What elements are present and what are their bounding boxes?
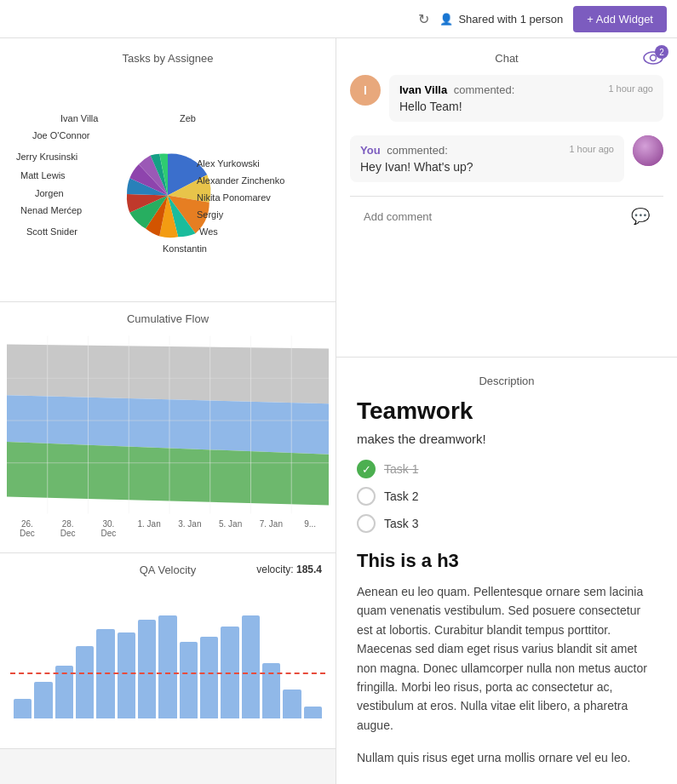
bar-13 — [262, 663, 280, 718]
add-widget-button[interactable]: + Add Widget — [573, 6, 667, 32]
msg-author-1: Ivan Villa commented: — [399, 83, 514, 96]
x-label-5: 3. Jan — [169, 519, 210, 538]
velocity-display: velocity: 185.4 — [256, 564, 322, 575]
msg-time-1: 1 hour ago — [608, 83, 653, 96]
pie-label-alex-z: Alexander Zinchenko — [197, 175, 284, 186]
pie-label-sergiy: Sergiy — [197, 209, 223, 220]
pie-label-jorgen: Jorgen — [35, 188, 64, 198]
chat-title: Chat — [495, 52, 518, 65]
task-checkbox-2[interactable] — [357, 487, 376, 506]
msg-text-1: Hello Team! — [399, 100, 653, 113]
velocity-value: 185.4 — [296, 564, 322, 575]
description-title: Teamwork — [357, 398, 657, 425]
svg-marker-1 — [7, 345, 329, 404]
avatar-you — [633, 135, 663, 166]
shared-label: Shared with 1 person — [458, 13, 563, 26]
velocity-label: velocity: — [256, 564, 293, 575]
cum-flow-title: Cumulative Flow — [7, 312, 329, 325]
bar-6 — [118, 632, 135, 718]
add-comment-input[interactable] — [364, 210, 622, 223]
bar-2 — [34, 682, 52, 718]
task-list: ✓ Task 1 Task 2 Task 3 — [357, 460, 657, 533]
msg-action-2: commented: — [387, 144, 448, 157]
pie-label-nenad: Nenad Merćep — [20, 205, 82, 215]
shared-button[interactable]: 👤 Shared with 1 person — [439, 13, 563, 26]
qa-velocity-widget: QA Velocity velocity: 185.4 — [0, 553, 336, 749]
bar-10 — [200, 637, 218, 718]
x-label-4: 1. Jan — [129, 519, 169, 538]
description-body-2: Nullam quis risus eget urna mollis ornar… — [357, 748, 657, 767]
add-comment-area[interactable]: 💬 — [350, 196, 663, 236]
bar-chart — [10, 587, 325, 718]
x-label-7: 7. Jan — [251, 519, 292, 538]
task-item-2: Task 2 — [357, 487, 657, 506]
msg-action-1: commented: — [454, 83, 515, 96]
msg-time-2: 1 hour ago — [569, 144, 614, 157]
x-axis-labels: 26.Dec 28.Dec 30.Dec 1. Jan 3. Jan 5. Ja… — [7, 519, 329, 538]
task-checkbox-3[interactable] — [357, 514, 376, 533]
left-column: Tasks by Assignee — [0, 38, 336, 784]
x-label-3: 30.Dec — [89, 519, 129, 538]
person-icon: 👤 — [439, 13, 453, 26]
description-label: Description — [357, 375, 657, 387]
top-bar: ↻ 👤 Shared with 1 person + Add Widget — [0, 0, 677, 38]
description-body-1: Aenean eu leo quam. Pellentesque ornare … — [357, 582, 657, 735]
main-content: Tasks by Assignee — [0, 38, 677, 784]
pie-label-wes: Wes — [199, 226, 218, 237]
pie-label-matt: Matt Lewis — [20, 170, 66, 180]
pie-label-jerry: Jerry Krusinski — [16, 152, 77, 162]
pie-label-ivan: Ivan Villa — [60, 113, 98, 123]
task-item-3: Task 3 — [357, 514, 657, 533]
task-item-1: ✓ Task 1 — [357, 460, 657, 478]
pie-label-nikita: Nikita Ponomarev — [197, 192, 271, 203]
message-bubble-1: Ivan Villa commented: 1 hour ago Hello T… — [389, 75, 663, 122]
x-label-6: 5. Jan — [210, 519, 251, 538]
cumulative-flow-widget: Cumulative Flow — [0, 302, 336, 553]
x-label-8: 9... — [291, 519, 329, 538]
bar-8 — [158, 615, 176, 718]
chat-message-1: I Ivan Villa commented: 1 hour ago Hello… — [350, 75, 663, 122]
tasks-widget-title: Tasks by Assignee — [14, 52, 322, 65]
pie-label-joe: Joe O'Connor — [32, 130, 90, 140]
bar-1 — [14, 699, 32, 718]
pie-labels: Ivan Villa Zeb Joe O'Connor Alex Yurkows… — [14, 75, 322, 302]
pie-label-alex-y: Alex Yurkowski — [197, 158, 260, 169]
msg-author-2: You commented: — [360, 144, 448, 157]
pie-chart-section: Ivan Villa Zeb Joe O'Connor Alex Yurkows… — [14, 75, 322, 302]
task-label-2: Task 2 — [384, 489, 418, 503]
eye-icon-container: 2 — [643, 50, 663, 68]
task-label-3: Task 3 — [384, 517, 418, 530]
avatar-ivan: I — [350, 75, 381, 106]
task-checkbox-1[interactable]: ✓ — [357, 460, 376, 478]
cumulative-flow-chart — [7, 335, 329, 514]
eye-badge: 2 — [643, 50, 663, 68]
bar-4 — [76, 646, 94, 718]
bar-7 — [138, 620, 156, 718]
h3-heading: This is a h3 — [357, 550, 657, 572]
pie-label-konstantin: Konstantin — [163, 243, 207, 254]
chat-panel: Chat 2 I Ivan V — [336, 38, 677, 358]
pie-label-zeb: Zeb — [180, 113, 196, 123]
msg-text-2: Hey Ivan! What's up? — [360, 160, 614, 174]
pie-label-scott: Scott Snider — [26, 226, 77, 237]
msg-meta-1: Ivan Villa commented: 1 hour ago — [399, 83, 653, 96]
chat-message-2: You commented: 1 hour ago Hey Ivan! What… — [350, 135, 663, 182]
comment-icon: 💬 — [631, 207, 650, 226]
bar-14 — [283, 690, 301, 718]
bar-12 — [242, 615, 260, 718]
x-label-2: 28.Dec — [48, 519, 89, 538]
x-label-1: 26.Dec — [7, 519, 48, 538]
bar-9 — [180, 642, 198, 718]
description-subtitle: makes the dreamwork! — [357, 432, 657, 446]
right-column: Chat 2 I Ivan V — [336, 38, 677, 784]
eye-count: 2 — [655, 45, 668, 59]
task-label-1: Task 1 — [384, 462, 418, 476]
chat-header: Chat 2 — [350, 52, 663, 65]
description-panel: Description Teamwork makes the dreamwork… — [336, 358, 677, 784]
bar-15 — [304, 707, 322, 718]
msg-meta-2: You commented: 1 hour ago — [360, 144, 614, 157]
refresh-button[interactable]: ↻ — [418, 11, 429, 27]
tasks-by-assignee-widget: Tasks by Assignee — [0, 38, 336, 302]
message-bubble-2: You commented: 1 hour ago Hey Ivan! What… — [350, 135, 624, 182]
